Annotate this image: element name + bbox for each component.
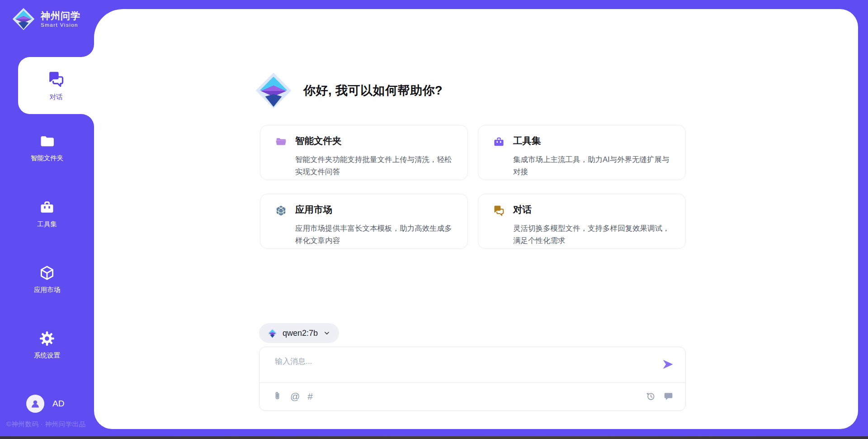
- send-icon: [661, 358, 674, 371]
- card-title: 智能文件夹: [295, 135, 457, 150]
- hash-icon: #: [307, 391, 313, 401]
- sidebar-item-label: 应用市场: [34, 286, 60, 294]
- composer-right-tools: [646, 391, 674, 401]
- sidebar-item-toolset[interactable]: 工具集: [0, 199, 94, 229]
- at-icon: @: [290, 391, 300, 401]
- brand-text: 神州问学 Smart Vision: [41, 10, 80, 28]
- paperclip-icon: [272, 391, 283, 401]
- card-title: 应用市场: [295, 204, 457, 219]
- toolbox-icon: [39, 199, 55, 215]
- tab-fillet-bottom: [81, 114, 94, 127]
- sidebar-footer-credit: ©神州数码 · 神州问学出品: [6, 420, 94, 429]
- message-composer: @ #: [259, 347, 686, 411]
- folder-open-icon: [275, 136, 287, 148]
- user-name: AD: [52, 399, 64, 409]
- message-input[interactable]: [274, 354, 656, 369]
- composer-divider: [259, 382, 685, 383]
- hero-greeting-block: 你好, 我可以如何帮助你?: [255, 72, 443, 110]
- model-selector[interactable]: qwen2:7b: [259, 323, 339, 343]
- brand-diamond-logo-icon: [12, 7, 35, 31]
- hashtag-button[interactable]: #: [307, 391, 313, 401]
- card-description: 灵活切换多模型文件，支持多样回复效果调试，满足个性化需求: [513, 222, 675, 248]
- send-button[interactable]: [661, 358, 675, 372]
- card-smart-folder[interactable]: 智能文件夹 智能文件夹功能支持批量文件上传与清洗，轻松实现文件问答: [260, 125, 468, 180]
- attach-file-button[interactable]: [272, 391, 283, 401]
- diamond-logo-icon: [255, 72, 292, 110]
- user-icon: [29, 398, 41, 410]
- folder-icon: [39, 133, 55, 149]
- brand: 神州问学 Smart Vision: [12, 7, 80, 31]
- avatar: [26, 395, 44, 413]
- card-description: 集成市场上主流工具，助力AI与外界无缝扩展与对接: [513, 153, 675, 180]
- chat-icon: [47, 70, 65, 88]
- sidebar-item-smart-folder[interactable]: 智能文件夹: [0, 133, 94, 162]
- sidebar-item-label: 智能文件夹: [31, 154, 64, 162]
- history-button[interactable]: [646, 391, 656, 401]
- cube-icon: [39, 265, 55, 281]
- pixel-cube-icon: [275, 205, 287, 217]
- bottom-edge-strip: [0, 436, 868, 439]
- sidebar-item-label: 工具集: [37, 220, 57, 229]
- card-title: 工具集: [513, 135, 675, 150]
- card-title: 对话: [513, 204, 675, 219]
- sidebar-item-app-market[interactable]: 应用市场: [0, 265, 94, 294]
- brand-tagline: Smart Vision: [41, 22, 80, 28]
- card-chat[interactable]: 对话 灵活切换多模型文件，支持多样回复效果调试，满足个性化需求: [478, 194, 686, 249]
- tab-fillet-top: [81, 44, 94, 57]
- card-description: 智能文件夹功能支持批量文件上传与清洗，轻松实现文件问答: [295, 153, 457, 180]
- model-name: qwen2:7b: [283, 329, 318, 338]
- app-window: 神州问学 Smart Vision 对话 智能文件夹 工具集 应用市场 系统设置…: [0, 0, 868, 439]
- chevron-down-icon: [323, 329, 331, 337]
- history-icon: [646, 391, 656, 401]
- chat-icon: [493, 205, 505, 217]
- diamond-logo-icon: [267, 328, 278, 339]
- greeting-title: 你好, 我可以如何帮助你?: [303, 82, 443, 99]
- composer-left-tools: @ #: [272, 391, 313, 401]
- gear-icon: [39, 330, 55, 347]
- sidebar-item-settings[interactable]: 系统设置: [0, 330, 94, 360]
- card-description: 应用市场提供丰富长文本模板，助力高效生成多样化文章内容: [295, 222, 457, 248]
- toolbox-icon: [493, 136, 505, 148]
- conversation-button[interactable]: [663, 391, 674, 401]
- brand-name: 神州问学: [41, 10, 80, 21]
- card-toolset[interactable]: 工具集 集成市场上主流工具，助力AI与外界无缝扩展与对接: [478, 125, 686, 180]
- mention-button[interactable]: @: [290, 391, 300, 401]
- sidebar-item-label: 系统设置: [34, 351, 60, 360]
- message-icon: [663, 391, 674, 401]
- user-account[interactable]: AD: [26, 395, 64, 413]
- card-app-market[interactable]: 应用市场 应用市场提供丰富长文本模板，助力高效生成多样化文章内容: [260, 194, 468, 249]
- sidebar-item-label: 对话: [50, 93, 63, 101]
- sidebar-item-chat-active[interactable]: 对话: [18, 57, 94, 114]
